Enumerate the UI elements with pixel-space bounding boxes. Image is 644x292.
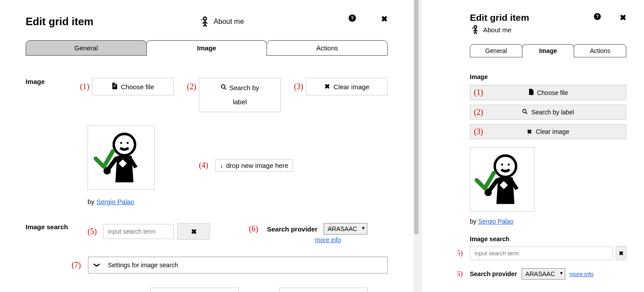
choose-file-button[interactable]: (1) Choose file [470, 85, 626, 100]
svg-point-7 [114, 134, 135, 155]
clear-search-button[interactable]: ✖ [177, 223, 210, 240]
clear-image-button[interactable]: ✖ Clear image [306, 78, 388, 95]
settings-toggle[interactable]: ❯ Settings for image search [88, 257, 388, 273]
cutoff-buttons [150, 288, 368, 292]
times-icon: ✖ [324, 83, 330, 91]
svg-point-14 [474, 26, 477, 28]
help-icon[interactable]: ? [348, 14, 356, 24]
svg-point-17 [495, 155, 516, 177]
annotation-3: (3) [294, 82, 303, 91]
svg-point-19 [508, 163, 510, 166]
image-search-label: Image search [26, 223, 88, 231]
image-attribution: by Sergio Palao [470, 218, 626, 225]
tab-actions[interactable]: Actions [267, 40, 388, 56]
svg-rect-11 [105, 168, 107, 174]
person-icon [198, 16, 210, 27]
annotation-3: (3) [474, 127, 483, 137]
image-preview [88, 125, 155, 190]
image-attribution: by Sergio Palao [88, 198, 155, 205]
provider-select[interactable]: ARASAAC [522, 268, 565, 280]
image-label: Image [470, 73, 626, 80]
right-panel: Edit grid item ? ✖ About me General Imag… [457, 0, 639, 292]
about-me-label: About me [198, 16, 244, 27]
about-me-label: About me [470, 25, 626, 34]
more-info-link[interactable]: more info [315, 236, 341, 243]
search-icon [221, 83, 227, 93]
settings-row: (7) ❯ Settings for image search [26, 257, 388, 273]
provider-label: Search provider [470, 270, 517, 277]
provider-label: Search provider [267, 225, 317, 233]
annotation-6: (6) [249, 224, 258, 234]
annotation-7: (7) [72, 261, 81, 270]
clear-search-button[interactable]: ✖ [616, 246, 626, 260]
chevron-down-icon: ❯ [94, 262, 101, 268]
choose-file-button[interactable]: Choose file [92, 78, 174, 95]
svg-rect-4 [114, 85, 115, 87]
header: Edit grid item About me ? ✖ [26, 15, 388, 28]
search-icon [522, 109, 528, 116]
annotation-1: (1) [80, 82, 89, 91]
times-icon: ✖ [527, 128, 532, 135]
times-icon: ✖ [619, 250, 624, 257]
svg-line-6 [224, 88, 226, 90]
tab-general[interactable]: General [470, 44, 522, 57]
search-by-label-button[interactable]: (2) Search by label [470, 105, 626, 120]
scrollbar-thumb[interactable] [414, 0, 419, 234]
tab-image[interactable]: Image [522, 44, 575, 57]
provider-select[interactable]: ARASAAC [324, 223, 367, 235]
drop-area[interactable]: ↓ drop new image here [215, 159, 293, 172]
search-input[interactable] [103, 224, 174, 239]
tabs: General Image Actions [470, 44, 626, 57]
annotation-2: (2) [474, 108, 483, 117]
close-icon[interactable]: ✖ [620, 13, 626, 23]
annotation-5: (5) [457, 249, 463, 258]
close-icon[interactable]: ✖ [381, 14, 388, 24]
file-icon [528, 89, 533, 96]
scrollbar[interactable] [413, 0, 422, 292]
svg-line-16 [526, 112, 527, 114]
page-title: Edit grid item [26, 15, 93, 28]
image-search-label: Image search [470, 235, 626, 243]
svg-text:?: ? [596, 14, 598, 19]
file-icon [111, 83, 117, 91]
annotation-4: (4) [199, 161, 208, 170]
more-info-link[interactable]: more info [570, 271, 594, 277]
person-icon [470, 25, 480, 34]
svg-point-8 [120, 142, 122, 144]
clear-image-button[interactable]: (3) ✖ Clear image [470, 124, 626, 139]
annotation-5: (5) [88, 227, 97, 236]
arrow-down-icon: ↓ [220, 162, 224, 169]
left-panel: Edit grid item About me ? ✖ General Imag… [0, 0, 413, 292]
search-input[interactable] [470, 246, 613, 260]
image-preview [470, 147, 534, 212]
image-search-row: Image search (5) ✖ (6) Search provider A… [26, 223, 388, 243]
svg-point-9 [127, 142, 129, 144]
author-link[interactable]: Sergio Palao [478, 218, 514, 225]
search-by-label-button[interactable]: Search by label [199, 78, 281, 112]
image-label: Image [26, 78, 80, 85]
tabs: General Image Actions [26, 40, 388, 56]
image-section: Image (1) Choose file (2) [26, 78, 388, 112]
tab-general[interactable]: General [26, 40, 147, 56]
svg-point-0 [204, 17, 207, 20]
svg-rect-21 [486, 190, 488, 196]
page-title: Edit grid item [470, 12, 529, 23]
svg-point-15 [523, 110, 526, 113]
tab-image[interactable]: Image [146, 40, 267, 56]
tab-actions[interactable]: Actions [574, 44, 626, 57]
svg-point-18 [501, 163, 503, 166]
preview-row: by Sergio Palao (4) ↓ drop new image her… [26, 125, 388, 205]
help-icon[interactable]: ? [594, 13, 601, 23]
svg-point-5 [221, 85, 225, 88]
author-link[interactable]: Sergio Palao [96, 198, 134, 205]
annotation-2: (2) [187, 82, 196, 91]
annotation-6: (6) [457, 269, 463, 278]
svg-text:?: ? [351, 15, 354, 21]
annotation-1: (1) [474, 88, 483, 97]
times-icon: ✖ [191, 228, 197, 236]
